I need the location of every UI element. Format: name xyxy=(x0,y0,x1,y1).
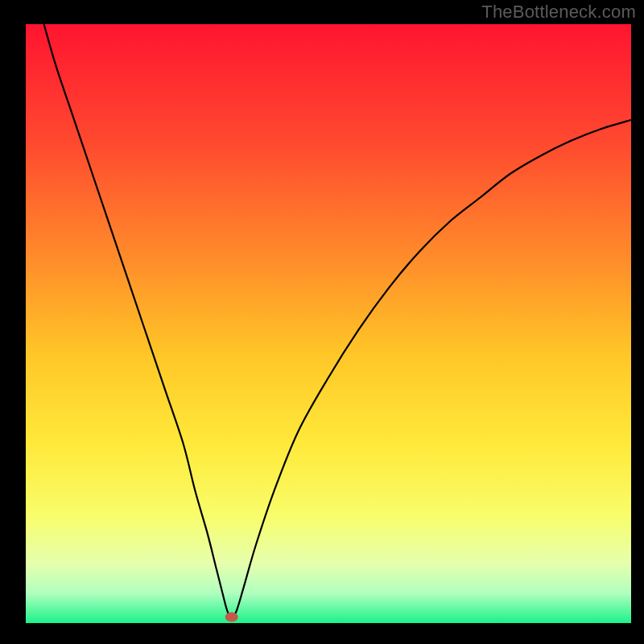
plot-background xyxy=(26,24,631,623)
minimum-marker xyxy=(225,613,238,622)
chart-frame: TheBottleneck.com xyxy=(0,0,644,644)
bottleneck-chart xyxy=(0,0,644,644)
